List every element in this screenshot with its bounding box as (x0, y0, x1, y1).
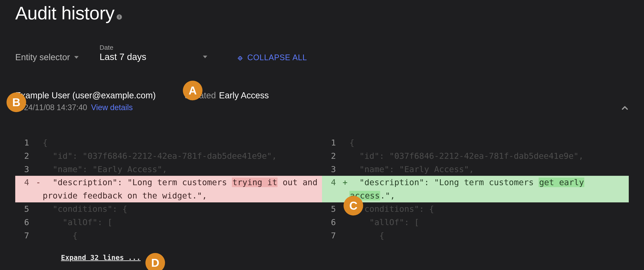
date-filter-dropdown[interactable]: Last 7 days (100, 52, 207, 62)
code-text: "conditions": { (350, 202, 629, 216)
annotation-badge-a: A (183, 81, 202, 100)
code-text: { (43, 136, 322, 149)
line-number: 2 (15, 149, 34, 163)
date-filter-label: Date (100, 44, 207, 51)
code-text: "name": "Early Access", (43, 163, 322, 176)
annotation-badge-b: B (6, 92, 26, 112)
diff-line: 1{ (15, 136, 322, 149)
diff-sign: - (34, 176, 43, 189)
code-text: "description": "Long term customers get … (350, 176, 629, 202)
line-number: 6 (15, 216, 34, 229)
date-filter-value: Last 7 days (100, 52, 146, 62)
code-text: "allOf": [ (43, 216, 322, 229)
entry-timestamp: 2024/11/08 14:37:40 (15, 103, 87, 112)
line-number: 3 (15, 163, 34, 176)
code-text: "allOf": [ (350, 216, 629, 229)
line-number: 4 (322, 176, 341, 189)
diff-view: 1{2 "id": "037f6846-2212-42ea-781f-dab5d… (15, 136, 629, 263)
diff-line: 7 { (15, 229, 322, 242)
entry-target: Early Access (219, 90, 269, 100)
line-number: 7 (15, 229, 34, 242)
line-number: 1 (15, 136, 34, 149)
code-text: "name": "Early Access", (350, 163, 629, 176)
line-number: 5 (15, 202, 34, 216)
entry-user: Example User (user@example.com) (15, 90, 156, 100)
diff-line: 2 "id": "037f6846-2212-42ea-781f-dab5dee… (322, 149, 629, 163)
view-details-link[interactable]: View details (91, 103, 132, 112)
diff-line: 1{ (322, 136, 629, 149)
line-number: 3 (322, 163, 341, 176)
line-number: 2 (322, 149, 341, 163)
code-text: { (350, 136, 629, 149)
code-text: "conditions": { (43, 202, 322, 216)
info-icon[interactable]: i (117, 14, 122, 20)
diff-line: 4- "description": "Long term customers t… (15, 176, 322, 202)
page-title: Audit history (15, 3, 114, 24)
code-text: "description": "Long term customers tryi… (43, 176, 322, 202)
line-number: 6 (322, 216, 341, 229)
diff-before-column: 1{2 "id": "037f6846-2212-42ea-781f-dab5d… (15, 136, 322, 242)
code-text: { (350, 229, 629, 242)
diff-line: 5 "conditions": { (15, 202, 322, 216)
diff-sign: + (341, 176, 350, 189)
diff-line: 6 "allOf": [ (15, 216, 322, 229)
caret-down-icon (74, 56, 78, 59)
code-text: "id": "037f6846-2212-42ea-781f-dab5dee41… (350, 149, 629, 163)
annotation-badge-c: C (344, 196, 363, 215)
line-number: 5 (322, 202, 341, 216)
diff-line: 3 "name": "Early Access", (15, 163, 322, 176)
code-text: { (43, 229, 322, 242)
caret-down-icon (203, 56, 207, 58)
diff-line: 7 { (322, 229, 629, 242)
audit-entry: Example User (user@example.com) updated … (15, 90, 629, 263)
diff-after-column: 1{2 "id": "037f6846-2212-42ea-781f-dab5d… (322, 136, 629, 242)
diff-line: 5 "conditions": { (322, 202, 629, 216)
diff-line: 3 "name": "Early Access", (322, 163, 629, 176)
code-text: "id": "037f6846-2212-42ea-781f-dab5dee41… (43, 149, 322, 163)
entity-selector-dropdown[interactable]: Entity selector (15, 52, 78, 62)
diff-line: 4+ "description": "Long term customers g… (322, 176, 629, 202)
collapse-icon (237, 54, 244, 61)
collapse-all-label: COLLAPSE ALL (247, 53, 307, 62)
line-number: 7 (322, 229, 341, 242)
chevron-up-icon[interactable] (620, 103, 630, 113)
line-number: 1 (322, 136, 341, 149)
line-number: 4 (15, 176, 34, 189)
collapse-all-button[interactable]: COLLAPSE ALL (237, 53, 307, 62)
diff-line: 6 "allOf": [ (322, 216, 629, 229)
diff-line: 2 "id": "037f6846-2212-42ea-781f-dab5dee… (15, 149, 322, 163)
entity-selector-label: Entity selector (15, 52, 70, 62)
